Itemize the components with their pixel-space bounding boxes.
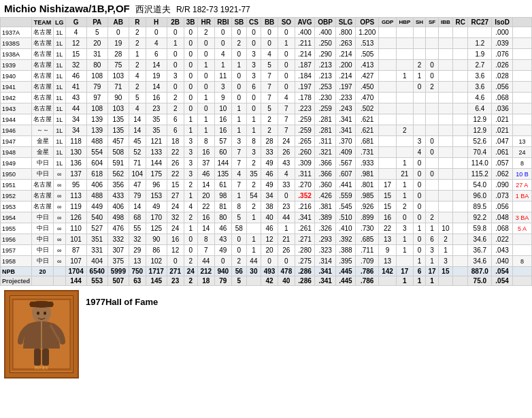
table-row: 1947金星1L11848845745121183857382824.265.3… [1, 136, 532, 147]
col-year [1, 18, 32, 27]
table-row: 1938S名古屋1L1220192410002001.211.250.263.5… [1, 38, 532, 49]
stats-table-container: TEAM LG G PA AB R H 2B 3B HR RBI SB CS B… [0, 17, 532, 286]
player-meta: R/R 182-73 1921-77 [176, 5, 250, 14]
stats-table: TEAM LG G PA AB R H 2B 3B HR RBI SB CS B… [0, 17, 532, 286]
hall-of-fame-label: 1977Hall of Fame [86, 291, 158, 307]
table-row: 1937A名古屋1L4502000200000.400.400.8001.200… [1, 27, 532, 38]
col-so: SO [278, 18, 295, 27]
svg-rect-10 [42, 349, 49, 366]
table-row: 1938A名古屋1L1531281600040340.214.290.214.5… [1, 49, 532, 60]
table-row: 1941名古屋1L41797121400030670.197.253.197.4… [1, 82, 532, 93]
col-slg: SLG [335, 18, 355, 27]
bottom-section: 西沢道夫 1977Hall of Fame [0, 286, 532, 383]
col-r: R [129, 18, 146, 27]
table-row: 1942名古屋1L43979051620190074.178.230.233.4… [1, 93, 532, 103]
hall-of-fame-plaque: 西沢道夫 [4, 290, 79, 379]
svg-point-6 [44, 312, 46, 315]
col-rc27: RC27 [468, 18, 492, 27]
col-sh: SH [413, 18, 425, 27]
col-sf: SF [426, 18, 438, 27]
table-row: 1943名古屋1L44108103423200101057.223.259.24… [1, 103, 532, 114]
col-cs: CS [246, 18, 261, 27]
table-row: 1939名古屋1L32807521400111350.187.213.200.4… [1, 60, 532, 71]
svg-text:西沢道夫: 西沢道夫 [35, 366, 48, 370]
col-obp: OBP [315, 18, 335, 27]
table-row: 1954中日∞126540498681703221680514044.341.3… [1, 212, 532, 223]
col-ops: OPS [356, 18, 379, 27]
col-hr: HR [197, 18, 214, 27]
table-row: NPB2017046540599975017172712421294056304… [1, 267, 532, 276]
table-row: 1956中日∞1013513323290160843011221.271.293… [1, 234, 532, 245]
table-header-row: TEAM LG G PA AB R H 2B 3B HR RBI SB CS B… [1, 18, 532, 27]
table-row: 1944名古屋1L341391351435611161127.259.281.3… [1, 114, 532, 125]
table-row: Projected14455350763145232187954240.286.… [1, 276, 532, 286]
col-rbi: RBI [214, 18, 231, 27]
player-name-jp: 西沢道夫 [135, 4, 171, 14]
player-name: Michio Nishizawa/1B,P,OF [4, 3, 130, 14]
table-row: 1950中日∞13761856210417522346135435464.311… [1, 169, 532, 180]
col-h: H [146, 18, 167, 27]
table-row: 1948金星1L130554508521332231660733326.260.… [1, 147, 532, 158]
header: Michio Nishizawa/1B,P,OF西沢道夫 R/R 182-73 … [0, 0, 532, 17]
col-team: TEAM [32, 18, 54, 27]
table-row: 1957中日∞873313072986120749012026.280.323.… [1, 245, 532, 256]
col-pa: PA [86, 18, 107, 27]
svg-rect-4 [30, 302, 53, 307]
table-row: 1940名古屋1L46108103419300110370.184.213.21… [1, 71, 532, 82]
table-row: 1951名古屋∞9540635647961521461724933.270.36… [1, 180, 532, 191]
col-2b: 2B [167, 18, 184, 27]
table-row: 1958中日∞107404375131020244024400.275.314.… [1, 256, 532, 267]
col-3b: 3B [184, 18, 197, 27]
table-row: 1949中日1L1366045917114426337144724943.309… [1, 158, 532, 169]
col-lg: LG [54, 18, 66, 27]
col-g: G [65, 18, 86, 27]
table-row: 1946～～1L341391351435611161127.259.281.34… [1, 125, 532, 136]
col-isod: IsoD [492, 18, 512, 27]
col-avg: AVG [295, 18, 315, 27]
hall-of-fame-label-container: 1977Hall of Fame [86, 290, 158, 307]
table-row: 1953名古屋∞11944940614492442281823823.216.3… [1, 202, 532, 212]
col-sb: SB [232, 18, 247, 27]
table-row: 1952名古屋∞113488433791532712098154340.352.… [1, 191, 532, 202]
col-hbp: HBP [396, 18, 413, 27]
col-gdp: GDP [379, 18, 397, 27]
svg-point-5 [37, 312, 39, 315]
col-note [512, 18, 531, 27]
col-bb: BB [261, 18, 278, 27]
table-row: 1955中日∞11052747655125241144658461.261.32… [1, 223, 532, 234]
col-ab: AB [107, 18, 129, 27]
col-rc: RC [453, 18, 468, 27]
col-ibb: IBB [438, 18, 452, 27]
svg-rect-9 [34, 349, 41, 366]
